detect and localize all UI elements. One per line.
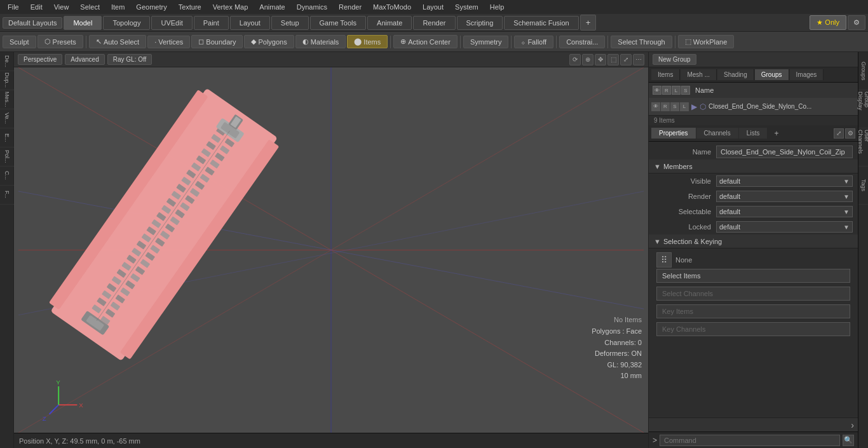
sidebar-item-dup[interactable]: Dup... xyxy=(0,71,14,90)
boundary-button[interactable]: ◻ Boundary xyxy=(191,35,243,48)
sidebar-item-de[interactable]: De... xyxy=(0,52,14,71)
locked-dropdown[interactable]: default ▼ xyxy=(716,221,853,233)
layout-dropdown[interactable]: Default Layouts xyxy=(3,17,62,29)
select-channels-button[interactable]: Select Channels xyxy=(656,287,850,301)
presets-button[interactable]: ⬡ Presets xyxy=(37,35,83,48)
tab-lists[interactable]: Lists xyxy=(739,128,768,139)
group-list-item[interactable]: 👁 R S L ▶ ⬡ Closed_End_One_Side_Nylon_Co… xyxy=(649,98,858,116)
tab-groups[interactable]: Groups xyxy=(755,69,789,80)
group-sub-icon[interactable]: S xyxy=(670,102,679,111)
layout-tab-scripting[interactable]: Scripting xyxy=(457,16,503,30)
menu-item[interactable]: Item xyxy=(106,2,130,12)
layout-star[interactable]: ★ Only xyxy=(810,15,846,30)
group-render-icon[interactable]: R xyxy=(661,102,670,111)
expand-arrow-icon[interactable]: › xyxy=(851,420,854,430)
layout-tab-uvedit[interactable]: UVEdit xyxy=(151,16,192,30)
menu-render[interactable]: Render xyxy=(334,2,367,12)
layout-tab-render[interactable]: Render xyxy=(413,16,455,30)
vertices-button[interactable]: · Vertices xyxy=(147,36,190,48)
menu-geometry[interactable]: Geometry xyxy=(131,2,172,12)
menu-texture[interactable]: Texture xyxy=(173,2,207,12)
group-lock-icon[interactable]: L xyxy=(680,102,689,111)
props-add-tab[interactable]: + xyxy=(769,127,783,140)
menu-select[interactable]: Select xyxy=(75,2,105,12)
command-search-icon[interactable]: 🔍 xyxy=(843,435,854,446)
layout-tab-model[interactable]: Model xyxy=(64,16,102,30)
layout-add-tab[interactable]: + xyxy=(580,15,597,31)
viewport[interactable]: X Y Z No Items Polygons : Face Channels:… xyxy=(14,67,648,433)
sidebar-item-e[interactable]: E... xyxy=(0,128,14,147)
viewport-scene: X Y Z xyxy=(14,67,648,433)
menu-maxtomodo[interactable]: MaxToModo xyxy=(368,2,416,12)
tab-shading[interactable]: Shading xyxy=(717,69,754,80)
props-expand-icon[interactable]: ⤢ xyxy=(834,128,844,139)
rvtab-tags[interactable]: Tags xyxy=(858,166,868,205)
rvtab-user-channels[interactable]: User Channels xyxy=(858,128,868,166)
selectable-arrow: ▼ xyxy=(843,208,850,215)
viewport-fit-icon[interactable]: ⬚ xyxy=(607,54,619,65)
menu-help[interactable]: Help xyxy=(485,2,510,12)
layout-tab-paint[interactable]: Paint xyxy=(194,16,229,30)
select-items-button[interactable]: Select Items xyxy=(656,269,850,283)
layout-tab-setup[interactable]: Setup xyxy=(271,16,309,30)
layout-tab-topology[interactable]: Topology xyxy=(103,16,150,30)
menu-file[interactable]: File xyxy=(3,2,24,12)
viewport-rotate-icon[interactable]: ⟳ xyxy=(569,54,581,65)
sel-keying-section[interactable]: ▼ Selection & Keying xyxy=(649,234,858,248)
select-through-button[interactable]: Select Through xyxy=(611,36,672,48)
rvtab-group-display[interactable]: Group Display xyxy=(858,90,868,128)
tab-items[interactable]: Items xyxy=(651,69,680,80)
menu-view[interactable]: View xyxy=(49,2,74,12)
viewport-settings-icon[interactable]: ⋯ xyxy=(633,54,644,65)
menu-animate[interactable]: Animate xyxy=(254,2,290,12)
menu-layout[interactable]: Layout xyxy=(417,2,449,12)
menu-dynamics[interactable]: Dynamics xyxy=(292,2,332,12)
auto-select-button[interactable]: ↖ Auto Select xyxy=(89,35,146,48)
polygons-button[interactable]: ◆ Polygons xyxy=(244,35,294,48)
sidebar-item-pol[interactable]: Pol... xyxy=(0,147,14,166)
action-center-button[interactable]: ⊕ Action Center xyxy=(393,35,458,48)
viewport-zoom-icon[interactable]: ⊕ xyxy=(582,54,593,65)
layout-tab-animate[interactable]: Animate xyxy=(367,16,412,30)
visible-dropdown[interactable]: default ▼ xyxy=(716,175,853,187)
tab-channels[interactable]: Channels xyxy=(696,128,738,139)
materials-button[interactable]: ◐ Materials xyxy=(295,35,346,48)
viewport-perspective[interactable]: Perspective xyxy=(18,54,62,65)
symmetry-button[interactable]: Symmetry xyxy=(463,36,509,48)
viewport-advanced[interactable]: Advanced xyxy=(65,54,104,65)
tab-mesh[interactable]: Mesh ... xyxy=(681,69,717,80)
menu-vertex-map[interactable]: Vertex Map xyxy=(208,2,254,12)
viewport-pan-icon[interactable]: ✥ xyxy=(595,54,606,65)
items-button[interactable]: ⬤ Items xyxy=(347,35,388,48)
selectable-dropdown[interactable]: default ▼ xyxy=(716,206,853,217)
sculpt-button[interactable]: Sculpt xyxy=(3,36,36,48)
group-eye-icon[interactable]: 👁 xyxy=(651,102,660,111)
menu-edit[interactable]: Edit xyxy=(25,2,48,12)
constraints-button[interactable]: Constrai... xyxy=(559,36,605,48)
sidebar-item-c[interactable]: C... xyxy=(0,166,14,186)
sidebar-item-mesh[interactable]: Mes... xyxy=(0,90,14,109)
new-group-button[interactable]: New Group xyxy=(653,54,696,65)
tab-properties[interactable]: Properties xyxy=(651,128,696,139)
props-settings-icon[interactable]: ⚙ xyxy=(845,128,855,139)
command-input[interactable] xyxy=(660,435,840,446)
menu-system[interactable]: System xyxy=(450,2,484,12)
sidebar-item-f[interactable]: F... xyxy=(0,186,14,205)
layout-tab-layout[interactable]: Layout xyxy=(230,16,270,30)
render-dropdown[interactable]: default ▼ xyxy=(716,191,853,202)
tab-images[interactable]: Images xyxy=(790,69,824,80)
layout-settings[interactable]: ⚙ xyxy=(848,15,865,30)
key-items-button[interactable]: Key Items xyxy=(656,304,850,318)
viewport-raygl[interactable]: Ray GL: Off xyxy=(107,54,153,65)
workplane-button[interactable]: ⬚ WorkPlane xyxy=(678,35,735,48)
viewport-maximize-icon[interactable]: ⤢ xyxy=(620,54,632,65)
layout-tab-gametools[interactable]: Game Tools xyxy=(310,16,367,30)
key-channels-button[interactable]: Key Channels xyxy=(656,322,850,336)
sel-keying-content: ⠿ None Select Items Select Channels Key … xyxy=(649,248,858,343)
rvtab-groups[interactable]: Groups xyxy=(858,52,868,90)
members-section[interactable]: ▼ Members xyxy=(649,160,858,173)
sidebar-item-ve[interactable]: Ve... xyxy=(0,109,14,128)
name-input[interactable] xyxy=(716,146,853,158)
falloff-button[interactable]: ⬦ Falloff xyxy=(514,36,553,48)
layout-tab-schematic[interactable]: Schematic Fusion xyxy=(504,16,578,30)
